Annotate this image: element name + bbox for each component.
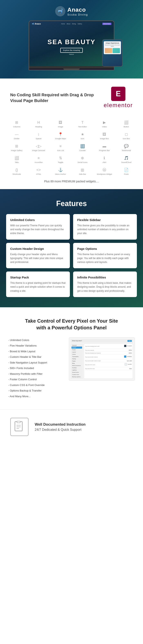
columns-icon: ⊞ bbox=[14, 120, 20, 125]
widget-posts: 📄 Posts bbox=[116, 166, 137, 176]
widget-shortcode: {} Shortcode bbox=[6, 166, 27, 176]
widget-spacer: ↕ Spacer bbox=[28, 131, 49, 141]
options-list-items: - Unlimited Colors - Five Header Variati… bbox=[8, 337, 63, 399]
tabs-icon: ⬜ bbox=[14, 156, 20, 160]
nav-item-typography[interactable]: Typography bbox=[72, 356, 82, 358]
nav-item-styling[interactable]: Styling bbox=[72, 358, 82, 360]
social-icons-icon: ⊕ bbox=[80, 156, 86, 160]
features-section: Features Unlimited Colors With our power… bbox=[0, 189, 143, 307]
widget-divider: — Divider bbox=[6, 131, 27, 141]
nav-item-layout[interactable]: Layout bbox=[72, 351, 82, 353]
shortcode-icon: {} bbox=[14, 168, 20, 172]
color-swatch-light[interactable] bbox=[124, 363, 127, 366]
feature-card-text-2: This theme gives you the possibility to … bbox=[77, 224, 133, 236]
feature-card-text-6: This theme is built using a block base, … bbox=[77, 281, 133, 293]
brand-name: Anaco bbox=[68, 6, 88, 13]
laptop-screen: 🤿 Anaco Home About Diving Gallery Book N… bbox=[29, 21, 114, 66]
support-line1: Well Documented Instruction bbox=[35, 422, 86, 427]
nav-item-social-icons[interactable]: Social Icons bbox=[72, 371, 82, 373]
widget-testimonial: 💬 Testimonial bbox=[116, 142, 137, 153]
panel-row-3: Top area background opacity 100% bbox=[85, 352, 132, 354]
laptop-nav-button[interactable]: Book Now bbox=[102, 23, 111, 25]
nav-item-header[interactable]: Header bbox=[72, 346, 82, 348]
laptop-logo-text: 🤿 Anaco bbox=[32, 23, 41, 25]
widgets-section: ⊞ Columns H Heading 🖼 Image T Text Edito… bbox=[0, 117, 143, 189]
feature-card-text-3: Easily change your header styles and Men… bbox=[10, 252, 66, 264]
elementor-icon: E bbox=[111, 87, 126, 101]
widget-progress-bar: ▬ Progress Bar bbox=[94, 142, 115, 153]
image-carousel-icon: ◁▷ bbox=[36, 144, 42, 149]
explore-button[interactable]: Explore the Amazing bbox=[60, 48, 83, 53]
widget-image-box: 🖼 Image Box bbox=[94, 131, 115, 141]
panel-mockup: Show top area? Yes General Header Footer… bbox=[69, 338, 134, 380]
options-list: - Unlimited Colors - Five Header Variati… bbox=[8, 337, 63, 399]
feature-card-unlimited-colors: Unlimited Colors With our powerful Theme… bbox=[6, 214, 70, 240]
widget-heading: H Heading bbox=[28, 119, 49, 129]
widget-image-carousel: ◁▷ Image Carousel bbox=[28, 142, 49, 153]
nav-item-footer[interactable]: Footer bbox=[72, 349, 82, 351]
document-icon bbox=[13, 421, 26, 433]
svg-rect-1 bbox=[17, 421, 20, 423]
nav-item-colors[interactable]: Colors bbox=[72, 353, 82, 355]
laptop-base bbox=[29, 66, 114, 68]
widget-image: 🖼 Image bbox=[50, 119, 71, 129]
image-gallery-icon: ⊞ bbox=[14, 144, 20, 149]
list-item: - Masonry Portfolio with Filter bbox=[8, 371, 63, 377]
posts-icon: 📄 bbox=[123, 168, 129, 172]
widget-icon-box: ◻ Icon Box bbox=[116, 131, 137, 141]
widget-google-maps: 📍 Google Maps bbox=[50, 131, 71, 141]
toggle-icon: ⇅ bbox=[58, 156, 64, 160]
phone-img-1 bbox=[105, 48, 112, 53]
nav-item-blog[interactable]: Blog bbox=[72, 362, 82, 364]
feature-card-text-5: This theme is a great starting point for… bbox=[10, 281, 66, 293]
color-row-3: #ecf0f1 bbox=[124, 363, 132, 366]
image-icon: 🖼 bbox=[58, 120, 64, 125]
options-content: - Unlimited Colors - Five Header Variati… bbox=[8, 337, 135, 399]
nav-item-woocommerce[interactable]: WooCommerce bbox=[72, 364, 82, 366]
widget-text-editor: T Text Editor bbox=[72, 119, 93, 129]
feature-card-infinite-possibilities: Infinite Possibilities This theme is bui… bbox=[73, 272, 137, 297]
features-grid: Unlimited Colors With our powerful Theme… bbox=[6, 214, 137, 297]
feature-card-text-1: With our powerful Theme Panel you can qu… bbox=[10, 224, 66, 236]
options-header: Take Control of Every Pixel on Your Site… bbox=[8, 318, 135, 331]
feature-card-title-2: Flexible Sidebar bbox=[77, 218, 133, 222]
support-line2: 24/7 Dedicated & Quick Support bbox=[35, 428, 86, 432]
laptop-stand bbox=[63, 68, 80, 70]
nav-item-backup-options[interactable]: Backup options bbox=[72, 376, 82, 378]
nav-item-portfolio[interactable]: Portfolio bbox=[72, 367, 82, 369]
hero-screen-title: SEA BEAUTY bbox=[48, 38, 96, 46]
nav-item-custom-icon[interactable]: Custom Icon bbox=[72, 374, 82, 376]
text-editor-icon: T bbox=[80, 120, 86, 125]
list-item: - Five Header Variations bbox=[8, 343, 63, 348]
panel-sidebar: General Header Footer Layout Colors Typo… bbox=[71, 344, 133, 379]
color-row-1: #2c3e50 bbox=[124, 345, 132, 347]
widget-columns: ⊞ Columns bbox=[6, 119, 27, 129]
nav-item-pages[interactable]: Pages bbox=[72, 360, 82, 362]
icon-list-icon: ≡ bbox=[58, 144, 64, 149]
widget-sidebar: ▥ Side Bar bbox=[72, 166, 93, 176]
phone-card-title: Unique Experiences bbox=[105, 42, 120, 44]
list-item: - 500+ Fonts Included bbox=[8, 365, 63, 371]
icon-icon: ★ bbox=[80, 132, 86, 137]
widget-counter: 🔢 Counter bbox=[72, 142, 93, 153]
nav-item-lightbox[interactable]: Lightbox bbox=[72, 369, 82, 371]
feature-card-title-1: Unlimited Colors bbox=[10, 218, 66, 222]
widget-button: ⬜ Button bbox=[116, 119, 137, 129]
support-icon bbox=[10, 418, 28, 436]
menu-anchor-icon: ⚓ bbox=[58, 168, 64, 172]
button-icon: ⬜ bbox=[123, 120, 129, 125]
phone-card-text: Discover the beauty of the ocean depths bbox=[105, 44, 120, 47]
nav-item-general[interactable]: General bbox=[72, 344, 82, 346]
widget-soundcloud: 🎵 SoundCloud bbox=[116, 154, 137, 164]
panel-row-2: Top area opacity 100% bbox=[85, 350, 132, 352]
panel-row-5: Top area border bottom style 1px solid bbox=[85, 360, 132, 362]
elementor-brand: elementor bbox=[104, 102, 133, 108]
color-swatch-dark[interactable] bbox=[124, 345, 126, 347]
feature-card-flexible-sidebar: Flexible Sidebar This theme gives you th… bbox=[73, 214, 137, 240]
explore-label: Nature bbox=[69, 53, 74, 55]
feature-card-title-4: Page Options bbox=[77, 247, 133, 250]
google-maps-icon: 📍 bbox=[58, 132, 64, 137]
color-swatch-blue[interactable] bbox=[124, 355, 126, 358]
feature-card-text-4: This theme has included a theme panel on… bbox=[77, 252, 133, 264]
widget-alert: ℹ Alert bbox=[94, 154, 115, 164]
